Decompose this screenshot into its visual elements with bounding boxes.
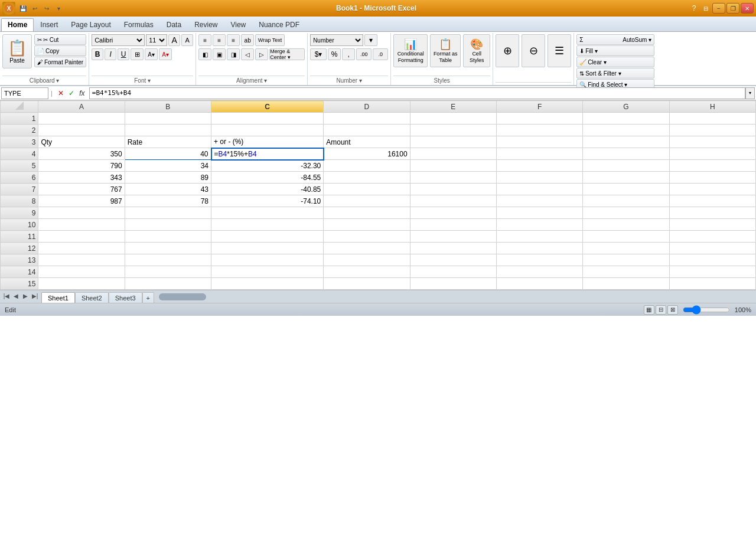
cell-a8[interactable]: 987 (38, 195, 125, 207)
new-sheet-button[interactable]: + (142, 292, 154, 303)
format-as-table-button[interactable]: 📋 Format as Table (430, 34, 461, 67)
cell-e15[interactable] (410, 278, 496, 290)
comma-button[interactable]: , (342, 48, 355, 60)
cell-d7[interactable] (324, 184, 410, 195)
format-button[interactable]: ☰ (548, 34, 571, 67)
cell-d15[interactable] (324, 278, 410, 290)
bold-button[interactable]: B (92, 48, 103, 60)
cell-h13[interactable] (669, 254, 755, 266)
col-header-d[interactable]: D (324, 101, 410, 113)
cell-f9[interactable] (496, 207, 582, 219)
copy-button[interactable]: 📄 Copy (34, 45, 86, 56)
cell-a9[interactable] (38, 207, 125, 219)
cell-d6[interactable] (324, 172, 410, 184)
row-header-2[interactable]: 2 (1, 125, 38, 136)
formula-input[interactable] (89, 87, 745, 99)
increase-decimal-button[interactable]: .00 (356, 48, 372, 60)
row-header-11[interactable]: 11 (1, 231, 38, 243)
cell-c7[interactable]: -40.85 (211, 184, 324, 195)
tab-review[interactable]: Review (188, 18, 224, 31)
cell-c5[interactable]: -32.30 (211, 160, 324, 172)
minimize-button[interactable]: − (712, 3, 725, 14)
fill-button[interactable]: ⬇ Fill ▾ (576, 45, 654, 56)
sheet-tab-1[interactable]: Sheet1 (41, 292, 75, 303)
align-top-left-button[interactable]: ≡ (198, 34, 211, 46)
close-button[interactable]: ✕ (741, 3, 754, 14)
row-header-12[interactable]: 12 (1, 243, 38, 254)
font-family-select[interactable]: Calibri (92, 34, 145, 46)
paste-button[interactable]: 📋 Paste (2, 34, 32, 68)
cell-b5[interactable]: 34 (125, 160, 211, 172)
sheet-tab-3[interactable]: Sheet3 (109, 292, 142, 303)
cell-g9[interactable] (583, 207, 669, 219)
cell-e7[interactable] (410, 184, 496, 195)
align-top-center-button[interactable]: ≡ (213, 34, 226, 46)
tab-view[interactable]: View (224, 18, 252, 31)
cell-g7[interactable] (583, 184, 669, 195)
cell-b12[interactable] (125, 243, 211, 254)
col-header-b[interactable]: B (125, 101, 211, 113)
cell-g13[interactable] (583, 254, 669, 266)
row-header-6[interactable]: 6 (1, 172, 38, 184)
h-scrollbar-track[interactable] (159, 293, 755, 300)
cell-b13[interactable] (125, 254, 211, 266)
cell-g3[interactable] (583, 136, 669, 148)
sheet-tab-2[interactable]: Sheet2 (75, 292, 109, 303)
alignment-expand-icon[interactable]: ▾ (264, 77, 267, 84)
tab-formulas[interactable]: Formulas (118, 18, 160, 31)
cell-a13[interactable] (38, 254, 125, 266)
row-header-13[interactable]: 13 (1, 254, 38, 266)
cell-h8[interactable] (669, 195, 755, 207)
col-header-g[interactable]: G (583, 101, 669, 113)
percent-button[interactable]: % (328, 48, 341, 60)
cell-b6[interactable]: 89 (125, 172, 211, 184)
tab-home[interactable]: Home (1, 18, 34, 31)
normal-view-button[interactable]: ▦ (644, 305, 654, 315)
prev-sheet-button[interactable]: ◀ (12, 293, 20, 299)
cell-e4[interactable] (410, 148, 496, 160)
cell-h2[interactable] (669, 125, 755, 136)
cell-e11[interactable] (410, 231, 496, 243)
cell-d8[interactable] (324, 195, 410, 207)
cell-e3[interactable] (410, 136, 496, 148)
row-header-9[interactable]: 9 (1, 207, 38, 219)
row-header-10[interactable]: 10 (1, 219, 38, 231)
formula-bar-expand[interactable]: ▾ (745, 87, 755, 99)
underline-button[interactable]: U (118, 48, 129, 60)
cell-f13[interactable] (496, 254, 582, 266)
cell-g11[interactable] (583, 231, 669, 243)
insert-button[interactable]: ⊕ (496, 34, 519, 67)
cell-a11[interactable] (38, 231, 125, 243)
cell-h15[interactable] (669, 278, 755, 290)
autosum-button[interactable]: Σ AutoSum ▾ (576, 34, 654, 45)
col-header-e[interactable]: E (410, 101, 496, 113)
cell-g5[interactable] (583, 160, 669, 172)
tab-page-layout[interactable]: Page Layout (64, 18, 117, 31)
cell-h10[interactable] (669, 219, 755, 231)
cell-d11[interactable] (324, 231, 410, 243)
align-left-button[interactable]: ◧ (198, 48, 211, 60)
zoom-slider[interactable] (683, 306, 730, 313)
cell-b11[interactable] (125, 231, 211, 243)
tab-nuance[interactable]: Nuance PDF (252, 18, 306, 31)
conditional-formatting-button[interactable]: 📊 Conditional Formatting (393, 34, 428, 67)
cell-e13[interactable] (410, 254, 496, 266)
font-shrink-button[interactable]: A (181, 34, 193, 46)
col-header-f[interactable]: F (496, 101, 582, 113)
align-right-button[interactable]: ◨ (227, 48, 240, 60)
cell-a4[interactable]: 350 (38, 148, 125, 160)
corner-header[interactable] (1, 101, 38, 113)
cell-e9[interactable] (410, 207, 496, 219)
row-header-8[interactable]: 8 (1, 195, 38, 207)
cell-f4[interactable] (496, 148, 582, 160)
delete-button[interactable]: ⊖ (522, 34, 545, 67)
cell-f14[interactable] (496, 266, 582, 278)
cell-e14[interactable] (410, 266, 496, 278)
row-header-15[interactable]: 15 (1, 278, 38, 290)
cell-f15[interactable] (496, 278, 582, 290)
next-sheet-button[interactable]: ▶ (21, 293, 30, 299)
cell-d5[interactable] (324, 160, 410, 172)
cell-c1[interactable] (211, 113, 324, 125)
save-quick-btn[interactable]: 💾 (18, 3, 28, 14)
cell-a7[interactable]: 767 (38, 184, 125, 195)
